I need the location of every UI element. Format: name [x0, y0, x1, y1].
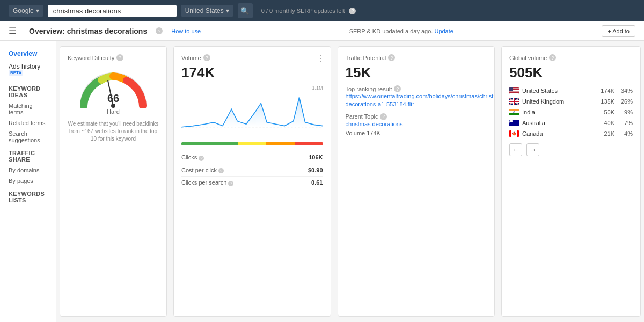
country-row: India 50K 9% [509, 107, 633, 118]
country-volume: 135K [601, 98, 614, 105]
global-volume-card: Global volume ? 505K United States 174K … [501, 46, 641, 317]
tp-card-title: Traffic Potential ? [346, 54, 487, 61]
add-to-button[interactable]: + Add to [602, 25, 635, 37]
page-title: Overview: christmas decorations [29, 27, 147, 35]
top-ranking-url[interactable]: https://www.orientaltrading.com/holidays… [346, 92, 487, 109]
keyword-difficulty-card: Keyword Difficulty ? [60, 46, 167, 317]
search-input[interactable] [48, 5, 177, 17]
country-row: United Kingdom 135K 26% [509, 96, 633, 107]
country-volume: 40K [604, 120, 614, 126]
volume-chart-svg [181, 85, 323, 139]
sidebar-section-keyword-ideas: Keyword ideas [0, 81, 56, 100]
chart-max-label: 1.1M [312, 85, 323, 91]
flag-in-icon [509, 109, 519, 115]
serp-update-text: SERP & KD updated a day ago. Update [349, 28, 453, 34]
country-pct: 7% [618, 120, 633, 126]
sidebar-item-by-pages[interactable]: By pages [0, 175, 56, 186]
volume-card: ⋮ Volume ? 174K 1.1M [173, 46, 331, 317]
kd-card-title: Keyword Difficulty ? [68, 54, 159, 61]
country-row: United States 174K 34% [509, 85, 633, 96]
svg-rect-30 [517, 130, 519, 137]
country-name: United Kingdom [522, 98, 601, 105]
tp-info-icon[interactable]: ? [388, 54, 395, 61]
country-pct: 4% [618, 130, 633, 137]
svg-rect-9 [509, 87, 513, 91]
country-name: Australia [522, 120, 604, 126]
content-area: Keyword Difficulty ? [56, 41, 644, 322]
next-button[interactable]: → [526, 143, 539, 156]
svg-point-1 [111, 104, 115, 108]
parent-topic-label: Parent Topic ? [346, 113, 487, 120]
country-volume: 21K [604, 130, 614, 137]
traffic-potential-card: Traffic Potential ? 15K Top ranking resu… [338, 46, 495, 317]
gv-info-icon[interactable]: ? [549, 54, 556, 61]
svg-rect-21 [509, 113, 519, 115]
sidebar-item-search-suggestions[interactable]: Search suggestions [0, 128, 56, 145]
country-volume: 174K [601, 87, 614, 94]
intent-bar [181, 142, 323, 145]
sidebar: Overview Ads history BETA Keyword ideas … [0, 41, 56, 322]
engine-select[interactable]: Google ▾ [9, 5, 43, 17]
svg-rect-27 [509, 121, 513, 122]
hamburger-icon[interactable]: ☰ [9, 26, 16, 36]
cpc-info-icon[interactable]: ? [218, 168, 224, 173]
svg-rect-8 [509, 93, 519, 94]
clicks-info-icon[interactable]: ? [199, 156, 204, 161]
sidebar-item-related-terms[interactable]: Related terms [0, 118, 56, 128]
pb-green [181, 142, 238, 145]
kd-info-icon[interactable]: ? [116, 54, 123, 61]
gauge-note: We estimate that you'll need backlinks f… [68, 120, 159, 143]
country-pct: 9% [618, 109, 633, 115]
country-pct: 34% [618, 87, 633, 94]
search-icon: 🔍 [240, 7, 250, 15]
cps-info-icon[interactable]: ? [228, 181, 233, 186]
volume-menu-icon[interactable]: ⋮ [317, 53, 325, 63]
country-name: Canada [522, 130, 604, 137]
top-bar: Google ▾ United States ▾ 🔍 0 / 0 monthly… [0, 0, 644, 21]
country-name: United States [522, 87, 601, 94]
svg-text:66: 66 [107, 92, 119, 104]
info-icon[interactable]: ? [349, 8, 356, 14]
country-list: United States 174K 34% United Kingdom 13… [509, 85, 633, 139]
sidebar-item-overview[interactable]: Overview [0, 47, 56, 60]
volume-info-icon[interactable]: ? [203, 54, 210, 61]
how-to-use-link[interactable]: How to use [171, 28, 201, 34]
pb-yellow [238, 142, 266, 145]
country-select[interactable]: United States ▾ [181, 5, 233, 17]
flag-au-icon [509, 120, 519, 126]
top-ranking-info-icon[interactable]: ? [394, 85, 401, 92]
search-button[interactable]: 🔍 [238, 3, 253, 18]
serp-update-label: SERP & KD updated a day ago. [349, 28, 433, 34]
svg-text:🍁: 🍁 [511, 131, 517, 136]
flag-uk-icon [509, 98, 519, 105]
update-link[interactable]: Update [434, 28, 453, 34]
gauge-label: Hard [107, 108, 120, 115]
sidebar-item-matching-terms[interactable]: Matching terms [0, 100, 56, 118]
prev-button[interactable]: ← [509, 143, 522, 156]
sidebar-item-by-domains[interactable]: By domains [0, 165, 56, 175]
gv-value: 505K [509, 64, 633, 81]
clicks-value: 106K [309, 154, 323, 160]
chevron-down-icon: ▾ [226, 7, 229, 14]
chevron-down-icon: ▾ [36, 7, 39, 14]
parent-topic-info-icon[interactable]: ? [380, 113, 387, 120]
country-name: India [522, 109, 604, 115]
parent-topic-link[interactable]: christmas decorations [346, 121, 403, 127]
volume-value: 174K [181, 64, 323, 81]
svg-rect-19 [509, 109, 519, 111]
sidebar-item-ads-history[interactable]: Ads history BETA [0, 60, 56, 81]
clicks-row: Clicks ? 106K [181, 151, 323, 164]
sidebar-section-traffic-share: Traffic share [0, 145, 56, 165]
metrics-list: Clicks ? 106K Cost per click ? $0.90 Cli… [181, 151, 323, 189]
cpc-row: Cost per click ? $0.90 [181, 164, 323, 177]
sidebar-section-keywords-lists: Keywords lists [0, 186, 56, 206]
cpc-value: $0.90 [308, 167, 323, 173]
main-layout: Overview Ads history BETA Keyword ideas … [0, 41, 644, 322]
country-pct: 26% [618, 98, 633, 105]
engine-label: Google [13, 7, 34, 14]
beta-badge: BETA [9, 70, 23, 76]
cps-value: 0.61 [311, 179, 323, 186]
info-icon[interactable]: ? [156, 27, 163, 34]
svg-rect-7 [509, 92, 519, 93]
country-row: Australia 40K 7% [509, 118, 633, 128]
